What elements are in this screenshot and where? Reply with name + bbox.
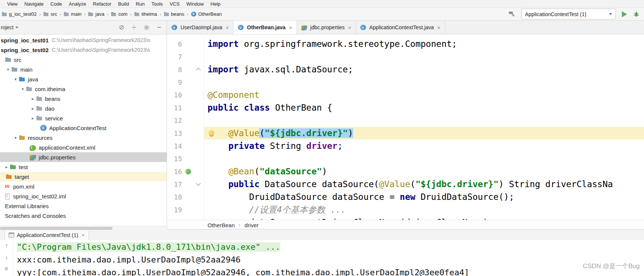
- code-area[interactable]: import org.springframework.stereotype.Co…: [204, 34, 644, 220]
- code-line-12[interactable]: [204, 114, 644, 127]
- build-hammer-icon[interactable]: [508, 10, 515, 18]
- code-line-15[interactable]: [204, 152, 644, 165]
- chevron-down-icon[interactable]: ▾: [12, 77, 19, 82]
- bean-gutter-slot[interactable]: [182, 169, 194, 174]
- collapse-all-icon[interactable]: [131, 24, 137, 30]
- tree-item-spring-ioc-test02[interactable]: spring_ioc_test02C:\Users\haohao\SpringF…: [0, 45, 167, 55]
- code-line-11[interactable]: public class OtherBean {: [204, 101, 644, 114]
- tree-item-label: External Libraries: [5, 203, 49, 209]
- code-line-17[interactable]: public DataSource dataSource(@Value("${j…: [204, 178, 644, 190]
- select-opened-file-icon[interactable]: [119, 24, 125, 30]
- soft-wrap-icon[interactable]: ≡: [5, 266, 8, 272]
- tab-close-icon[interactable]: ×: [348, 24, 351, 31]
- chevron-right-icon[interactable]: ▸: [30, 96, 36, 101]
- chevron-right-icon[interactable]: ▸: [30, 106, 36, 111]
- scrollbar-thumb[interactable]: [0, 227, 113, 230]
- code-line-6[interactable]: import org.springframework.stereotype.Co…: [204, 38, 644, 50]
- breadcrumb-label: beans: [171, 11, 184, 17]
- tree-item-scratches-and-consoles[interactable]: Scratches and Consoles: [0, 211, 167, 220]
- tree-item-dao[interactable]: ▸dao: [0, 104, 167, 113]
- menu-item-refactor[interactable]: Refactor: [90, 1, 115, 7]
- tree-item-external-libraries[interactable]: External Libraries: [0, 201, 167, 211]
- menu-item-help[interactable]: Help: [207, 1, 224, 7]
- breadcrumb-label: g_ioc_test02: [9, 11, 37, 17]
- line-number: 9: [167, 78, 182, 86]
- menu-item-tools[interactable]: Tools: [148, 1, 166, 7]
- tab-close-icon[interactable]: ×: [289, 24, 292, 31]
- tree-item-spring-ioc-test02-iml[interactable]: spring_ioc_test02.iml: [0, 191, 167, 201]
- tree-item-pom-xml[interactable]: pom.xml: [0, 182, 167, 191]
- tree-item-applicationcontexttest[interactable]: ApplicationContextTest: [0, 123, 167, 133]
- tree-item-test[interactable]: ▸test: [0, 162, 167, 172]
- breadcrumb-item-main[interactable]: main: [63, 10, 83, 18]
- editor-tab-jdbc-properties[interactable]: jdbc.properties×: [297, 21, 356, 34]
- menu-item-vcs[interactable]: VCS: [166, 1, 183, 7]
- breadcrumb-item-beans[interactable]: beans: [163, 10, 185, 18]
- chevron-down-icon[interactable]: [15, 27, 18, 28]
- tree-item-java[interactable]: ▾java: [0, 74, 167, 84]
- chevron-down-icon[interactable]: ▾: [20, 87, 26, 92]
- tree-item-jdbc-properties[interactable]: jdbc.properties: [0, 152, 167, 162]
- code-line-13[interactable]: @Value("${jdbc.driver}"): [204, 127, 644, 140]
- tab-close-icon[interactable]: ×: [437, 24, 441, 31]
- run-tab[interactable]: ApplicationContextTest (1) ×: [5, 230, 89, 240]
- editor-breadcrumb-driver[interactable]: driver: [244, 222, 260, 229]
- run-config-select[interactable]: ApplicationContextTest (1): [521, 9, 616, 20]
- tree-item-spring-ioc-test01[interactable]: spring_ioc_test01C:\Users\haohao\SpringF…: [0, 35, 167, 45]
- tree-item-main[interactable]: ▾main: [0, 64, 167, 74]
- debug-bug-button[interactable]: [633, 11, 639, 17]
- breadcrumb-item-src[interactable]: src: [42, 10, 58, 18]
- settings-gear-icon[interactable]: [143, 24, 150, 31]
- editor-tab-otherbean-java[interactable]: OtherBean.java×: [233, 21, 296, 34]
- breadcrumb-item-java[interactable]: java: [87, 10, 105, 18]
- menu-item-code[interactable]: Code: [47, 1, 65, 7]
- menu-item-view[interactable]: View: [4, 1, 21, 7]
- intention-bulb-icon[interactable]: [209, 130, 214, 136]
- code-token: dataSource.setDriverClassName(driverClas…: [208, 218, 494, 220]
- menu-item-build[interactable]: Build: [115, 1, 132, 7]
- tree-item-src[interactable]: src: [0, 55, 167, 64]
- code-line-18[interactable]: DruidDataSource dataSource = new DruidDa…: [204, 190, 644, 203]
- menu-item-analyze[interactable]: Analyze: [65, 1, 89, 7]
- tree-item-resources[interactable]: ▾resources: [0, 133, 167, 142]
- fold-down-icon[interactable]: [194, 182, 202, 186]
- breadcrumb-item-com[interactable]: com: [110, 10, 129, 18]
- tree-item-target[interactable]: target: [0, 172, 167, 182]
- breadcrumb-item-g-ioc-test02[interactable]: g_ioc_test02: [1, 10, 38, 18]
- code-line-9[interactable]: [204, 76, 644, 88]
- tree-item-label: target: [15, 174, 29, 180]
- tree-item-com-itheima[interactable]: ▾com.itheima: [0, 84, 167, 94]
- tree-item-label: ApplicationContextTest: [49, 125, 107, 131]
- menu-item-window[interactable]: Window: [183, 1, 207, 7]
- breadcrumb-label: com: [118, 11, 128, 17]
- chevron-down-icon[interactable]: ▾: [12, 135, 19, 140]
- chevron-down-icon[interactable]: ▾: [5, 67, 11, 72]
- code-line-7[interactable]: [204, 50, 644, 63]
- project-tree-hscrollbar[interactable]: [0, 226, 167, 231]
- hide-panel-icon[interactable]: [156, 24, 162, 30]
- chevron-right-icon[interactable]: ▸: [30, 116, 36, 121]
- fold-up-icon[interactable]: [194, 67, 202, 72]
- navigate-down-icon[interactable]: ↓: [5, 254, 8, 261]
- breadcrumb-item-otherbean[interactable]: OtherBean: [190, 10, 223, 18]
- editor-breadcrumb-otherbean[interactable]: OtherBean: [207, 222, 236, 229]
- editor-tab-applicationcontexttest-java[interactable]: ApplicationContextTest.java×: [356, 21, 445, 34]
- code-line-14[interactable]: private String driver;: [204, 140, 644, 152]
- tree-item-beans[interactable]: ▸beans: [0, 94, 167, 104]
- breadcrumb-item-itheima[interactable]: itheima: [133, 10, 158, 18]
- run-button[interactable]: [622, 11, 627, 17]
- menu-item-run[interactable]: Run: [132, 1, 148, 7]
- menu-item-navigate[interactable]: Navigate: [21, 1, 47, 7]
- close-icon[interactable]: ×: [81, 232, 84, 238]
- chevron-right-icon[interactable]: ▸: [3, 165, 10, 170]
- code-line-8[interactable]: import javax.sql.DataSource;: [204, 63, 644, 76]
- navigate-up-icon[interactable]: ↑: [5, 242, 8, 249]
- code-line-20[interactable]: dataSource.setDriverClassName(driverClas…: [204, 216, 644, 220]
- code-line-10[interactable]: @Component: [204, 88, 644, 101]
- editor-tab-userdaoimpl-java[interactable]: UserDaoImpl.java×: [167, 21, 233, 34]
- tab-close-icon[interactable]: ×: [226, 24, 229, 31]
- tree-item-service[interactable]: ▸service: [0, 113, 167, 123]
- code-line-19[interactable]: //设置4个基本参数 ...: [204, 203, 644, 216]
- code-line-16[interactable]: @Bean("dataSource"): [204, 165, 644, 178]
- tree-item-applicationcontext-xml[interactable]: applicationContext.xml: [0, 142, 167, 152]
